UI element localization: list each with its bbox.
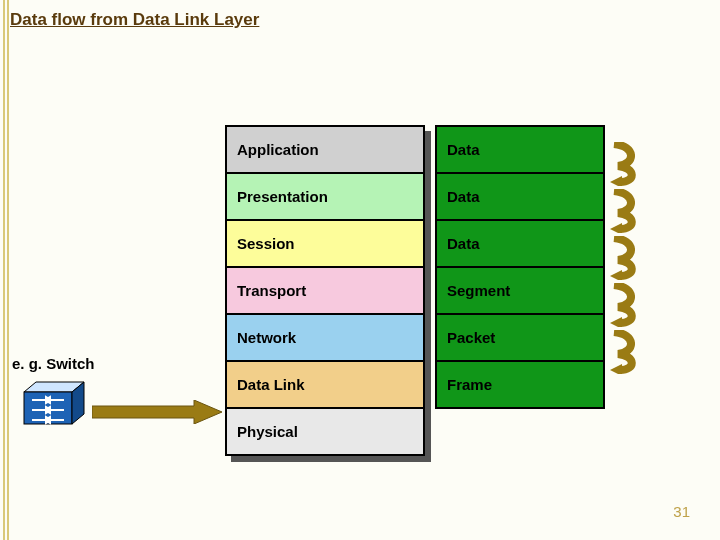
svg-marker-16 [610,176,622,186]
switch-icon [22,380,86,428]
pdu-session: Data [435,219,605,268]
arrow-to-datalink-icon [92,400,222,424]
flow-arrow-2-icon [608,189,642,233]
svg-marker-19 [610,317,622,327]
svg-marker-20 [610,364,622,374]
flow-arrow-1-icon [608,142,642,186]
svg-marker-18 [610,270,622,280]
flow-arrow-4-icon [608,283,642,327]
slide-title: Data flow from Data Link Layer [10,10,259,30]
svg-marker-17 [610,223,622,233]
layer-application: Application [225,125,425,174]
layer-physical: Physical [225,407,425,456]
layer-session: Session [225,219,425,268]
layer-presentation: Presentation [225,172,425,221]
pdu-network: Packet [435,313,605,362]
layer-transport: Transport [225,266,425,315]
pdu-presentation: Data [435,172,605,221]
flow-arrow-5-icon [608,330,642,374]
switch-label: e. g. Switch [12,355,95,372]
flow-arrow-3-icon [608,236,642,280]
osi-layer-table: Application Presentation Session Transpo… [225,125,425,456]
layer-datalink: Data Link [225,360,425,409]
pdu-table: Data Data Data Segment Packet Frame [435,125,605,409]
pdu-transport: Segment [435,266,605,315]
layer-network: Network [225,313,425,362]
pdu-datalink: Frame [435,360,605,409]
pdu-application: Data [435,125,605,174]
svg-marker-15 [92,400,222,424]
page-number: 31 [673,503,690,520]
